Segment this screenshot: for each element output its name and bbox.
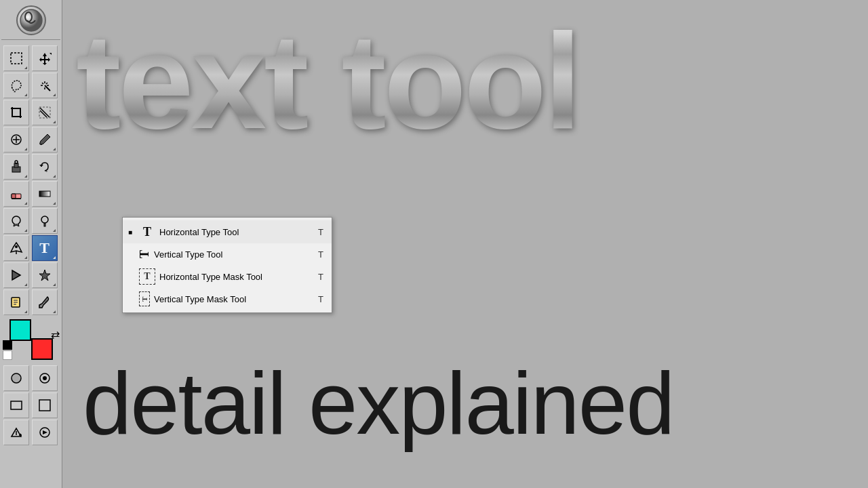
tool-grid: T bbox=[3, 45, 60, 315]
svg-line-10 bbox=[42, 83, 43, 84]
tool-blur[interactable] bbox=[3, 208, 29, 234]
horizontal-mask-icon: T bbox=[139, 268, 155, 285]
type-tool-context-menu: ■ T Horizontal Type Tool T T Vertical Ty… bbox=[122, 217, 332, 313]
svg-line-11 bbox=[46, 83, 47, 84]
tool-dodge[interactable] bbox=[32, 208, 58, 234]
foreground-color-swatch[interactable] bbox=[9, 319, 31, 341]
svg-line-5 bbox=[45, 85, 50, 91]
tool-edit-mode[interactable] bbox=[32, 365, 58, 391]
svg-point-39 bbox=[12, 373, 21, 383]
svg-rect-43 bbox=[12, 403, 20, 408]
svg-marker-31 bbox=[12, 270, 20, 280]
tool-pen[interactable] bbox=[3, 235, 29, 261]
svg-rect-23 bbox=[12, 194, 16, 199]
tool-eyedropper[interactable] bbox=[32, 289, 58, 315]
svg-rect-2 bbox=[11, 53, 22, 64]
horizontal-type-shortcut: T bbox=[318, 227, 323, 237]
default-color-swatches bbox=[3, 340, 12, 360]
tool-stamp[interactable] bbox=[3, 154, 29, 180]
horizontal-type-icon: T bbox=[139, 224, 155, 240]
canvas-main-text: text tool bbox=[76, 14, 868, 149]
tool-shape[interactable] bbox=[32, 262, 58, 288]
svg-rect-28 bbox=[44, 223, 45, 226]
tool-eraser[interactable] bbox=[3, 181, 29, 207]
default-foreground-icon[interactable] bbox=[3, 340, 12, 350]
tool-screen-mode-1[interactable] bbox=[3, 392, 29, 418]
default-background-icon[interactable] bbox=[3, 350, 12, 360]
svg-marker-32 bbox=[39, 270, 50, 281]
vertical-mask-label: Vertical Type Mask Tool bbox=[154, 294, 304, 304]
tool-heal[interactable] bbox=[3, 127, 29, 152]
vertical-type-label: Vertical Type Tool bbox=[154, 249, 304, 260]
tool-gradient[interactable] bbox=[32, 181, 58, 207]
tool-move[interactable] bbox=[32, 45, 58, 71]
tool-path-select[interactable] bbox=[3, 262, 29, 288]
menu-item-horizontal-mask[interactable]: T Horizontal Type Mask Tool T bbox=[123, 265, 332, 288]
svg-point-26 bbox=[12, 216, 20, 224]
bottom-tools bbox=[3, 365, 60, 445]
tool-jump-to[interactable] bbox=[3, 420, 29, 445]
tool-history-brush[interactable] bbox=[32, 154, 58, 180]
canvas-area: text tool detail explained ■ T Horizonta… bbox=[62, 0, 868, 488]
tool-lasso[interactable] bbox=[3, 73, 29, 98]
tool-imageready[interactable] bbox=[32, 420, 58, 445]
type-tool-icon: T bbox=[39, 239, 50, 257]
tool-brush[interactable] bbox=[32, 127, 58, 152]
menu-item-vertical-type[interactable]: T Vertical Type Tool T bbox=[123, 243, 332, 265]
menu-item-horizontal-type[interactable]: ■ T Horizontal Type Tool T bbox=[123, 220, 332, 243]
tool-magic-wand[interactable] bbox=[32, 73, 58, 98]
svg-point-41 bbox=[43, 376, 47, 380]
svg-marker-4 bbox=[50, 53, 52, 55]
tool-screen-mode-2[interactable] bbox=[32, 392, 58, 418]
horizontal-mask-label: Horizontal Type Mask Tool bbox=[159, 272, 304, 282]
svg-point-20 bbox=[15, 161, 18, 163]
vertical-mask-icon: T bbox=[139, 291, 150, 306]
svg-rect-19 bbox=[14, 163, 18, 167]
menu-item-vertical-mask[interactable]: T Vertical Type Mask Tool T bbox=[123, 288, 332, 310]
app-logo bbox=[16, 5, 46, 35]
tool-slice[interactable] bbox=[32, 100, 58, 125]
horizontal-mask-shortcut: T bbox=[318, 272, 323, 282]
canvas-sub-text: detail explained bbox=[83, 359, 868, 447]
tool-marquee[interactable] bbox=[3, 45, 29, 71]
svg-marker-3 bbox=[39, 53, 50, 65]
background-color-swatch[interactable] bbox=[31, 338, 53, 360]
tool-crop[interactable] bbox=[3, 100, 29, 125]
color-swatches: ⇄ bbox=[3, 319, 60, 360]
vertical-type-shortcut: T bbox=[318, 249, 323, 260]
swap-colors-icon[interactable]: ⇄ bbox=[51, 328, 60, 341]
svg-point-29 bbox=[15, 245, 18, 248]
menu-check-icon: ■ bbox=[128, 228, 139, 236]
toolbar: T bbox=[0, 0, 62, 488]
tool-type[interactable]: T bbox=[32, 235, 58, 261]
vertical-mask-shortcut: T bbox=[318, 294, 323, 304]
svg-rect-25 bbox=[39, 191, 50, 197]
horizontal-type-label: Horizontal Type Tool bbox=[159, 227, 304, 237]
svg-point-27 bbox=[41, 216, 48, 223]
svg-marker-21 bbox=[39, 165, 43, 167]
toolbar-top bbox=[1, 3, 60, 40]
svg-rect-44 bbox=[39, 400, 50, 411]
vertical-type-icon: T bbox=[139, 247, 150, 262]
tool-notes[interactable] bbox=[3, 289, 29, 315]
tool-quick-mask[interactable] bbox=[3, 365, 29, 391]
